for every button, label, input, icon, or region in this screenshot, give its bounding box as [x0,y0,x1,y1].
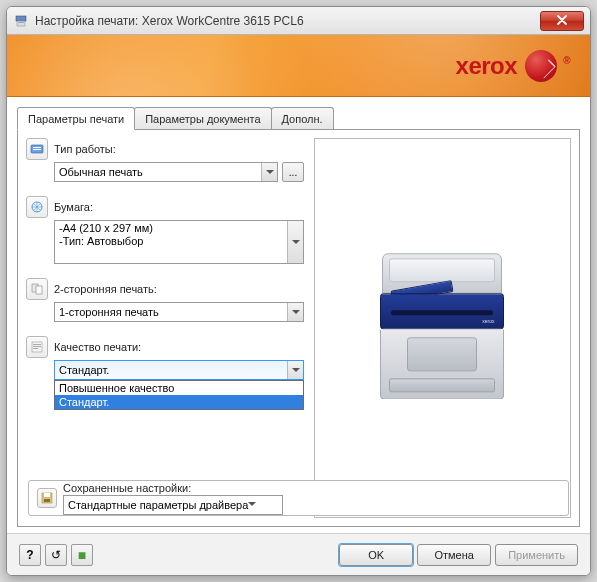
ok-button[interactable]: OK [339,544,413,566]
paper-line2: -Тип: Автовыбор [59,235,285,248]
printer-image: xerox [363,233,523,423]
field-jobtype: Тип работы: Обычная печать ... [26,138,304,182]
svg-rect-11 [33,346,41,347]
saved-label: Сохраненные настройки: [63,482,560,494]
eco-icon: ■ [78,547,86,563]
footer-bar: ? ↺ ■ OK Отмена Применить [7,533,590,575]
tab-advanced[interactable]: Дополн. [271,107,334,129]
registered-mark: ® [563,55,570,66]
content-area: Параметры печати Параметры документа Доп… [17,107,580,525]
jobtype-value: Обычная печать [59,166,143,178]
field-duplex: 2-сторонняя печать: 1-сторонняя печать [26,278,304,322]
chevron-down-icon [287,361,303,379]
brand-name: xerox [456,52,518,80]
duplex-label: 2-сторонняя печать: [54,283,157,295]
svg-rect-1 [17,21,25,26]
quality-option-high[interactable]: Повышенное качество [55,381,303,395]
field-quality: Качество печати: Стандарт. Повышенное ка… [26,336,304,380]
quality-label: Качество печати: [54,341,141,353]
paper-listbox[interactable]: -A4 (210 x 297 мм) -Тип: Автовыбор [54,220,304,264]
chevron-down-icon [248,502,256,507]
quality-combo[interactable]: Стандарт. Повышенное качество Стандарт. [54,360,304,380]
eco-button[interactable]: ■ [71,544,93,566]
paper-icon [26,196,48,218]
jobtype-label: Тип работы: [54,143,116,155]
apply-button[interactable]: Применить [495,544,578,566]
jobtype-more-button[interactable]: ... [282,162,304,182]
jobtype-icon [26,138,48,160]
cancel-button[interactable]: Отмена [417,544,491,566]
quality-option-standard[interactable]: Стандарт. [55,395,303,409]
tab-print-params[interactable]: Параметры печати [17,107,135,130]
reset-button[interactable]: ↺ [45,544,67,566]
svg-rect-0 [16,16,26,21]
svg-rect-8 [36,286,42,294]
save-icon [37,488,57,508]
quality-icon [26,336,48,358]
titlebar[interactable]: Настройка печати: Xerox WorkCentre 3615 … [7,7,590,35]
svg-rect-14 [44,493,50,497]
brand-sphere-icon [525,50,557,82]
chevron-down-icon [287,221,303,263]
reset-icon: ↺ [51,548,61,562]
saved-combo[interactable]: Стандартные параметры драйвера [63,495,283,515]
svg-rect-15 [44,499,50,502]
svg-rect-5 [33,149,41,150]
svg-rect-2 [18,22,24,23]
brand-logo: xerox ® [456,50,570,82]
dialog-window: Настройка печати: Xerox WorkCentre 3615 … [6,6,591,576]
paper-line1: -A4 (210 x 297 мм) [59,222,285,235]
svg-rect-4 [33,147,41,148]
close-icon [557,15,567,27]
help-button[interactable]: ? [19,544,41,566]
printer-icon [13,13,29,29]
left-column: Тип работы: Обычная печать ... [26,138,304,394]
close-button[interactable] [540,11,584,31]
quality-dropdown: Повышенное качество Стандарт. [54,380,304,410]
paper-label: Бумага: [54,201,93,213]
chevron-down-icon [287,303,303,321]
preview-pane: xerox [314,138,571,518]
quality-value: Стандарт. [59,364,109,376]
svg-rect-12 [33,348,38,349]
tab-strip: Параметры печати Параметры документа Доп… [17,107,580,129]
duplex-value: 1-сторонняя печать [59,306,159,318]
chevron-down-icon [261,163,277,181]
brand-banner: xerox ® [7,35,590,97]
duplex-icon [26,278,48,300]
saved-settings-panel: Сохраненные настройки: Стандартные парам… [28,480,569,516]
field-paper: Бумага: -A4 (210 x 297 мм) -Тип: Автовыб… [26,196,304,264]
tab-panel: Тип работы: Обычная печать ... [17,129,580,527]
saved-value: Стандартные параметры драйвера [68,499,248,511]
tab-document-params[interactable]: Параметры документа [134,107,271,129]
jobtype-combo[interactable]: Обычная печать [54,162,278,182]
svg-rect-10 [33,344,41,345]
duplex-combo[interactable]: 1-сторонняя печать [54,302,304,322]
window-title: Настройка печати: Xerox WorkCentre 3615 … [35,14,540,28]
